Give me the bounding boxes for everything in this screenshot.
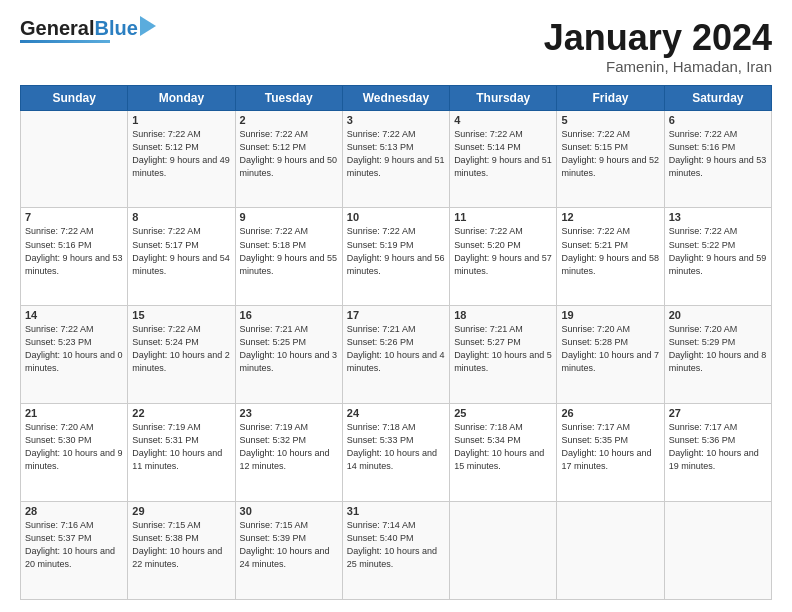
day-number: 31 xyxy=(347,505,445,517)
calendar-week-row: 7Sunrise: 7:22 AM Sunset: 5:16 PM Daylig… xyxy=(21,208,772,306)
weekday-header-row: SundayMondayTuesdayWednesdayThursdayFrid… xyxy=(21,85,772,110)
weekday-header-cell: Sunday xyxy=(21,85,128,110)
calendar-cell: 29Sunrise: 7:15 AM Sunset: 5:38 PM Dayli… xyxy=(128,502,235,600)
day-number: 29 xyxy=(132,505,230,517)
calendar-cell: 1Sunrise: 7:22 AM Sunset: 5:12 PM Daylig… xyxy=(128,110,235,208)
cell-info: Sunrise: 7:22 AM Sunset: 5:17 PM Dayligh… xyxy=(132,225,230,277)
calendar-cell: 28Sunrise: 7:16 AM Sunset: 5:37 PM Dayli… xyxy=(21,502,128,600)
day-number: 10 xyxy=(347,211,445,223)
calendar-cell xyxy=(664,502,771,600)
cell-info: Sunrise: 7:22 AM Sunset: 5:22 PM Dayligh… xyxy=(669,225,767,277)
cell-info: Sunrise: 7:22 AM Sunset: 5:16 PM Dayligh… xyxy=(25,225,123,277)
calendar-cell: 19Sunrise: 7:20 AM Sunset: 5:28 PM Dayli… xyxy=(557,306,664,404)
cell-info: Sunrise: 7:22 AM Sunset: 5:16 PM Dayligh… xyxy=(669,128,767,180)
day-number: 8 xyxy=(132,211,230,223)
day-number: 9 xyxy=(240,211,338,223)
cell-info: Sunrise: 7:15 AM Sunset: 5:39 PM Dayligh… xyxy=(240,519,338,571)
cell-info: Sunrise: 7:22 AM Sunset: 5:12 PM Dayligh… xyxy=(132,128,230,180)
calendar-cell: 30Sunrise: 7:15 AM Sunset: 5:39 PM Dayli… xyxy=(235,502,342,600)
day-number: 25 xyxy=(454,407,552,419)
cell-info: Sunrise: 7:22 AM Sunset: 5:20 PM Dayligh… xyxy=(454,225,552,277)
calendar-cell: 16Sunrise: 7:21 AM Sunset: 5:25 PM Dayli… xyxy=(235,306,342,404)
calendar-cell: 15Sunrise: 7:22 AM Sunset: 5:24 PM Dayli… xyxy=(128,306,235,404)
day-number: 13 xyxy=(669,211,767,223)
cell-info: Sunrise: 7:14 AM Sunset: 5:40 PM Dayligh… xyxy=(347,519,445,571)
logo-bar xyxy=(20,40,110,43)
calendar-cell: 3Sunrise: 7:22 AM Sunset: 5:13 PM Daylig… xyxy=(342,110,449,208)
day-number: 4 xyxy=(454,114,552,126)
day-number: 27 xyxy=(669,407,767,419)
calendar-cell: 26Sunrise: 7:17 AM Sunset: 5:35 PM Dayli… xyxy=(557,404,664,502)
weekday-header-cell: Wednesday xyxy=(342,85,449,110)
day-number: 30 xyxy=(240,505,338,517)
day-number: 1 xyxy=(132,114,230,126)
calendar-cell: 18Sunrise: 7:21 AM Sunset: 5:27 PM Dayli… xyxy=(450,306,557,404)
cell-info: Sunrise: 7:18 AM Sunset: 5:33 PM Dayligh… xyxy=(347,421,445,473)
cell-info: Sunrise: 7:22 AM Sunset: 5:19 PM Dayligh… xyxy=(347,225,445,277)
cell-info: Sunrise: 7:22 AM Sunset: 5:21 PM Dayligh… xyxy=(561,225,659,277)
day-number: 17 xyxy=(347,309,445,321)
day-number: 15 xyxy=(132,309,230,321)
day-number: 21 xyxy=(25,407,123,419)
day-number: 28 xyxy=(25,505,123,517)
day-number: 19 xyxy=(561,309,659,321)
day-number: 22 xyxy=(132,407,230,419)
calendar-cell: 24Sunrise: 7:18 AM Sunset: 5:33 PM Dayli… xyxy=(342,404,449,502)
cell-info: Sunrise: 7:18 AM Sunset: 5:34 PM Dayligh… xyxy=(454,421,552,473)
cell-info: Sunrise: 7:22 AM Sunset: 5:12 PM Dayligh… xyxy=(240,128,338,180)
day-number: 23 xyxy=(240,407,338,419)
logo: GeneralBlue xyxy=(20,18,156,43)
calendar-week-row: 21Sunrise: 7:20 AM Sunset: 5:30 PM Dayli… xyxy=(21,404,772,502)
calendar-cell: 14Sunrise: 7:22 AM Sunset: 5:23 PM Dayli… xyxy=(21,306,128,404)
cell-info: Sunrise: 7:21 AM Sunset: 5:25 PM Dayligh… xyxy=(240,323,338,375)
month-title: January 2024 xyxy=(544,18,772,58)
calendar-cell: 4Sunrise: 7:22 AM Sunset: 5:14 PM Daylig… xyxy=(450,110,557,208)
calendar-cell: 21Sunrise: 7:20 AM Sunset: 5:30 PM Dayli… xyxy=(21,404,128,502)
cell-info: Sunrise: 7:20 AM Sunset: 5:28 PM Dayligh… xyxy=(561,323,659,375)
cell-info: Sunrise: 7:17 AM Sunset: 5:35 PM Dayligh… xyxy=(561,421,659,473)
calendar-cell: 27Sunrise: 7:17 AM Sunset: 5:36 PM Dayli… xyxy=(664,404,771,502)
day-number: 20 xyxy=(669,309,767,321)
calendar-cell xyxy=(450,502,557,600)
logo-arrow-icon xyxy=(140,16,156,36)
day-number: 18 xyxy=(454,309,552,321)
calendar-cell: 20Sunrise: 7:20 AM Sunset: 5:29 PM Dayli… xyxy=(664,306,771,404)
day-number: 14 xyxy=(25,309,123,321)
calendar-week-row: 28Sunrise: 7:16 AM Sunset: 5:37 PM Dayli… xyxy=(21,502,772,600)
header: GeneralBlue January 2024 Famenin, Hamada… xyxy=(20,18,772,75)
calendar-cell: 17Sunrise: 7:21 AM Sunset: 5:26 PM Dayli… xyxy=(342,306,449,404)
calendar-cell: 5Sunrise: 7:22 AM Sunset: 5:15 PM Daylig… xyxy=(557,110,664,208)
day-number: 12 xyxy=(561,211,659,223)
cell-info: Sunrise: 7:22 AM Sunset: 5:24 PM Dayligh… xyxy=(132,323,230,375)
cell-info: Sunrise: 7:22 AM Sunset: 5:15 PM Dayligh… xyxy=(561,128,659,180)
calendar-cell: 9Sunrise: 7:22 AM Sunset: 5:18 PM Daylig… xyxy=(235,208,342,306)
calendar-week-row: 14Sunrise: 7:22 AM Sunset: 5:23 PM Dayli… xyxy=(21,306,772,404)
day-number: 16 xyxy=(240,309,338,321)
cell-info: Sunrise: 7:20 AM Sunset: 5:29 PM Dayligh… xyxy=(669,323,767,375)
calendar-table: SundayMondayTuesdayWednesdayThursdayFrid… xyxy=(20,85,772,600)
cell-info: Sunrise: 7:22 AM Sunset: 5:13 PM Dayligh… xyxy=(347,128,445,180)
weekday-header-cell: Thursday xyxy=(450,85,557,110)
calendar-cell: 11Sunrise: 7:22 AM Sunset: 5:20 PM Dayli… xyxy=(450,208,557,306)
calendar-cell: 12Sunrise: 7:22 AM Sunset: 5:21 PM Dayli… xyxy=(557,208,664,306)
weekday-header-cell: Monday xyxy=(128,85,235,110)
calendar-cell: 6Sunrise: 7:22 AM Sunset: 5:16 PM Daylig… xyxy=(664,110,771,208)
calendar-cell xyxy=(21,110,128,208)
cell-info: Sunrise: 7:19 AM Sunset: 5:31 PM Dayligh… xyxy=(132,421,230,473)
calendar-cell: 2Sunrise: 7:22 AM Sunset: 5:12 PM Daylig… xyxy=(235,110,342,208)
weekday-header-cell: Friday xyxy=(557,85,664,110)
calendar-cell: 25Sunrise: 7:18 AM Sunset: 5:34 PM Dayli… xyxy=(450,404,557,502)
cell-info: Sunrise: 7:20 AM Sunset: 5:30 PM Dayligh… xyxy=(25,421,123,473)
page: GeneralBlue January 2024 Famenin, Hamada… xyxy=(0,0,792,612)
cell-info: Sunrise: 7:21 AM Sunset: 5:27 PM Dayligh… xyxy=(454,323,552,375)
weekday-header-cell: Saturday xyxy=(664,85,771,110)
cell-info: Sunrise: 7:22 AM Sunset: 5:23 PM Dayligh… xyxy=(25,323,123,375)
cell-info: Sunrise: 7:22 AM Sunset: 5:14 PM Dayligh… xyxy=(454,128,552,180)
day-number: 26 xyxy=(561,407,659,419)
day-number: 11 xyxy=(454,211,552,223)
calendar-cell: 31Sunrise: 7:14 AM Sunset: 5:40 PM Dayli… xyxy=(342,502,449,600)
day-number: 2 xyxy=(240,114,338,126)
logo-text: GeneralBlue xyxy=(20,18,138,38)
cell-info: Sunrise: 7:16 AM Sunset: 5:37 PM Dayligh… xyxy=(25,519,123,571)
calendar-body: 1Sunrise: 7:22 AM Sunset: 5:12 PM Daylig… xyxy=(21,110,772,599)
